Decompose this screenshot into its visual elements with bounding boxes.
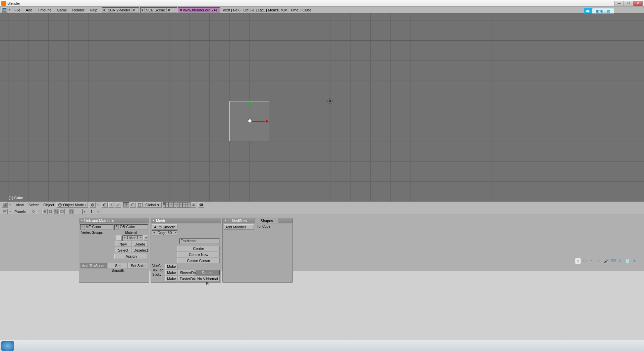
vertcol-make-button[interactable]: Make: [165, 264, 177, 269]
centre-button[interactable]: Centre: [177, 246, 220, 251]
panel-header[interactable]: ▼ Modifiers Shapes: [223, 218, 292, 223]
editor-dropdown-icon[interactable]: ▾: [8, 210, 12, 213]
lang-skin-icon[interactable]: 👕: [624, 258, 630, 264]
panel-header[interactable]: ▼Mesh: [151, 218, 221, 223]
maximize-button[interactable]: ❐: [624, 1, 633, 6]
layer-cell[interactable]: [177, 205, 180, 208]
render-preview-button[interactable]: [198, 202, 204, 208]
layer-cell[interactable]: [185, 202, 188, 205]
menu-file[interactable]: File: [12, 7, 23, 13]
tab-shapes[interactable]: Shapes: [255, 218, 278, 223]
layer-cell[interactable]: [188, 205, 191, 208]
novnormal-button[interactable]: No V.Normal Fl: [196, 276, 220, 281]
fasterdra-button[interactable]: FasterDra: [178, 276, 195, 281]
menu-timeline[interactable]: Timeline: [35, 7, 54, 13]
scene-close-icon[interactable]: ×: [166, 8, 171, 12]
deselect-button[interactable]: Deselect: [132, 248, 148, 253]
menu-add[interactable]: Add: [23, 7, 35, 13]
ctx-script-button[interactable]: [37, 209, 42, 214]
material-index-field[interactable]: ◂1 Mat 1▸: [122, 235, 143, 241]
new-button[interactable]: New: [115, 241, 131, 247]
panels-menu[interactable]: Panels: [12, 209, 28, 214]
layer-cell[interactable]: [177, 202, 180, 205]
layer-cell[interactable]: [163, 202, 166, 205]
frame-number-field[interactable]: ◂ 1 ▸: [82, 209, 101, 214]
layer-cell[interactable]: [163, 205, 166, 208]
tab-modifiers[interactable]: Modifiers: [229, 219, 250, 223]
doublesided-button[interactable]: Double Sided: [196, 270, 220, 275]
degr-field[interactable]: ◂Degr: 30▸: [152, 230, 177, 236]
lamp-object[interactable]: [327, 98, 333, 104]
layer-cell[interactable]: [171, 205, 174, 208]
manipulator-translate-button[interactable]: [123, 202, 129, 208]
manipulator-rotate-button[interactable]: [130, 202, 136, 208]
add-modifier-button[interactable]: Add Modifier: [224, 224, 254, 230]
editor-type-dropdown-icon[interactable]: ▾: [8, 8, 12, 11]
layer-cell[interactable]: [188, 202, 191, 205]
screen-close-icon[interactable]: ×: [131, 8, 136, 12]
centre-new-button[interactable]: Centre New: [177, 252, 220, 257]
frame-prev-icon[interactable]: ◂: [83, 210, 87, 213]
layer-cell[interactable]: [166, 205, 168, 208]
windows-taskbar[interactable]: [0, 340, 644, 352]
menu-game[interactable]: Game: [54, 7, 69, 13]
start-button[interactable]: [1, 341, 14, 351]
lang-pen-icon[interactable]: ✎: [617, 258, 623, 264]
viewport-3d[interactable]: (1) Cube: [0, 13, 644, 202]
layer-cell[interactable]: [174, 202, 176, 205]
editor-type-icon[interactable]: [1, 7, 7, 13]
mat-help-button[interactable]: ?: [143, 235, 148, 241]
editor-type-buttons-icon[interactable]: [2, 209, 8, 214]
layer-cell[interactable]: [166, 202, 168, 205]
menu-render[interactable]: Render: [69, 7, 87, 13]
object-menu[interactable]: Object: [41, 202, 56, 208]
draw-type-button[interactable]: [90, 202, 96, 208]
assign-button[interactable]: Assign: [114, 254, 148, 259]
drawtype-dropdown-icon[interactable]: ▾: [96, 204, 100, 207]
sticky-make-button[interactable]: Make: [165, 276, 177, 281]
select-menu[interactable]: Select: [26, 202, 41, 208]
lang-keyboard-icon[interactable]: ⌨: [610, 258, 616, 264]
lang-zh-icon[interactable]: 中: [582, 258, 588, 264]
editor-dropdown-icon[interactable]: ▾: [8, 204, 12, 207]
setsmooth-button[interactable]: Set Smooth: [108, 263, 128, 268]
pivot-lock-button[interactable]: [108, 202, 114, 208]
frame-next-icon[interactable]: ▸: [97, 210, 101, 213]
layer-cell[interactable]: [185, 205, 188, 208]
mesh-datablock-field[interactable]: ≡ ME:Cube: [80, 224, 114, 230]
ctx-shading-button[interactable]: [42, 209, 48, 214]
ctx-editing-button[interactable]: [54, 209, 59, 214]
layer-cell[interactable]: [180, 205, 182, 208]
view-menu[interactable]: View: [13, 202, 26, 208]
menu-help[interactable]: Help: [87, 7, 100, 13]
lang-emoji-icon[interactable]: ☺: [596, 258, 602, 264]
layer-cell[interactable]: [182, 202, 185, 205]
subctx-edit-button[interactable]: [69, 209, 74, 214]
manipulator-scale-button[interactable]: [137, 202, 143, 208]
minimize-button[interactable]: —: [614, 1, 624, 6]
sogou-icon[interactable]: S: [575, 258, 581, 264]
ctx-logic-button[interactable]: [31, 209, 36, 214]
screen-selector[interactable]: ≡ SCR:2-Model ×: [102, 7, 139, 13]
lang-tool-icon[interactable]: ★: [631, 258, 637, 264]
autosmooth-button[interactable]: Auto Smooth: [152, 224, 177, 230]
pivot-button[interactable]: [102, 202, 108, 208]
gizmo-toggle-button[interactable]: [115, 202, 121, 208]
setsolid-button[interactable]: Set Solid: [128, 263, 148, 268]
object-datablock-field[interactable]: F OB:Cube: [114, 224, 148, 230]
scene-selector[interactable]: ≡ SCE:Scene ×: [140, 7, 177, 13]
lang-mic-icon[interactable]: 🎤: [603, 258, 609, 264]
select-button[interactable]: Select: [115, 248, 131, 253]
layer-cell[interactable]: [171, 202, 174, 205]
layer-buttons[interactable]: [163, 202, 191, 208]
mat-color-swatch[interactable]: [116, 235, 122, 241]
layer-cell[interactable]: [182, 205, 185, 208]
delete-button[interactable]: Delete: [132, 241, 148, 247]
autotexspace-button[interactable]: AutoTexSpace: [80, 263, 107, 268]
lang-punct-icon[interactable]: •,: [589, 258, 595, 264]
layer-cell[interactable]: [180, 202, 182, 205]
close-button[interactable]: ✕: [633, 1, 643, 6]
web-link-button[interactable]: www.blender.org 241: [178, 7, 220, 13]
layer-cell[interactable]: [168, 205, 171, 208]
ime-language-bar[interactable]: S 中 •, ☺ 🎤 ⌨ ✎ 👕 ★: [575, 258, 637, 264]
